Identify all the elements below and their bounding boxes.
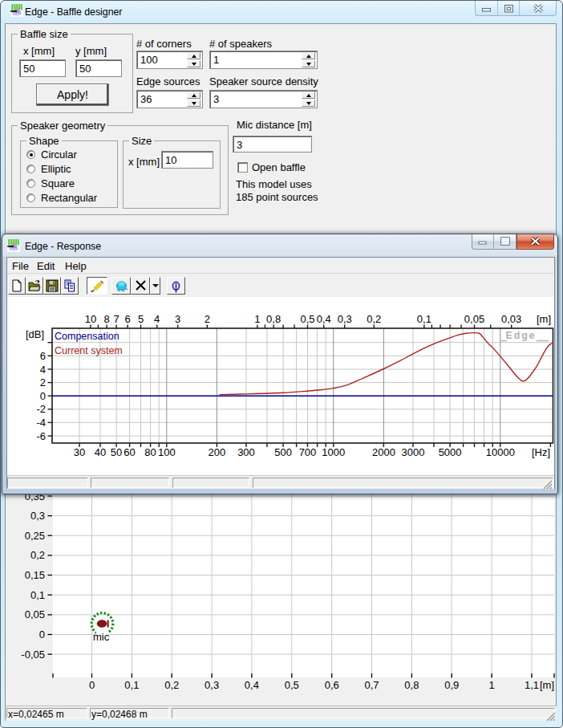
svg-text:50: 50 (111, 446, 122, 458)
svg-text:80: 80 (144, 446, 156, 458)
svg-text:2: 2 (205, 313, 210, 325)
svg-text:40: 40 (95, 446, 106, 458)
svg-text:0,2: 0,2 (164, 679, 179, 691)
svg-text:5: 5 (138, 313, 144, 325)
svg-text:0,8: 0,8 (404, 679, 419, 691)
svg-text:1000: 1000 (322, 446, 345, 458)
svg-text:0,9: 0,9 (444, 679, 459, 691)
svg-text:2: 2 (40, 376, 46, 388)
svg-text:0,05: 0,05 (25, 608, 45, 620)
svg-text:0,5: 0,5 (300, 313, 314, 325)
svg-text:5000: 5000 (439, 446, 462, 458)
svg-text:-0,05: -0,05 (21, 649, 45, 661)
svg-text:6: 6 (40, 350, 46, 362)
svg-text:0,3: 0,3 (205, 679, 219, 691)
svg-text:500: 500 (274, 446, 292, 458)
svg-text:60: 60 (124, 446, 135, 458)
svg-text:[m]: [m] (537, 313, 551, 325)
svg-text:-4: -4 (36, 417, 46, 429)
svg-text:0: 0 (39, 628, 45, 641)
svg-text:8: 8 (103, 313, 109, 325)
svg-text:3: 3 (175, 313, 180, 325)
svg-text:0,7: 0,7 (364, 679, 379, 691)
svg-text:700: 700 (299, 446, 317, 458)
svg-text:0,4: 0,4 (245, 679, 259, 691)
svg-text:[Hz]: [Hz] (532, 446, 550, 458)
svg-text:6: 6 (124, 313, 130, 325)
svg-text:0,1: 0,1 (417, 313, 431, 325)
svg-text:[dB]: [dB] (26, 328, 44, 340)
svg-text:0,1: 0,1 (124, 679, 139, 691)
svg-text:200: 200 (209, 446, 226, 458)
svg-text:0,4: 0,4 (317, 313, 331, 325)
svg-text:Compensation: Compensation (55, 331, 119, 342)
svg-text:3000: 3000 (402, 446, 425, 458)
svg-text:10000: 10000 (486, 446, 515, 458)
svg-text:2000: 2000 (372, 446, 395, 458)
svg-text:1,1: 1,1 (525, 679, 539, 691)
svg-text:0,3: 0,3 (338, 313, 352, 325)
svg-text:mic: mic (93, 631, 110, 643)
svg-text:0: 0 (89, 679, 95, 691)
svg-text:4: 4 (40, 364, 46, 376)
svg-text:-6: -6 (36, 430, 46, 442)
svg-text:0,1: 0,1 (30, 589, 45, 601)
svg-text:-2: -2 (36, 403, 46, 415)
svg-text:0,25: 0,25 (25, 530, 45, 542)
svg-text:0,03: 0,03 (501, 313, 521, 325)
svg-text:30: 30 (74, 446, 85, 458)
svg-text:0,05: 0,05 (464, 313, 484, 325)
svg-text:1: 1 (488, 679, 494, 691)
svg-text:0: 0 (40, 390, 46, 402)
svg-text:0,6: 0,6 (325, 679, 339, 691)
svg-text:4: 4 (154, 313, 160, 325)
svg-text:7: 7 (113, 313, 119, 325)
svg-text:0,8: 0,8 (266, 313, 281, 325)
svg-text:Edge: Edge (506, 330, 537, 341)
svg-text:10: 10 (85, 313, 96, 325)
svg-text:0,5: 0,5 (285, 679, 299, 691)
svg-text:[m]: [m] (540, 679, 554, 691)
svg-text:300: 300 (237, 446, 255, 458)
svg-text:100: 100 (158, 446, 176, 458)
svg-text:0,15: 0,15 (25, 569, 45, 581)
svg-text:0,2: 0,2 (367, 313, 381, 325)
svg-text:1: 1 (254, 313, 260, 325)
svg-text:0,2: 0,2 (30, 549, 45, 561)
svg-text:Current system: Current system (55, 345, 123, 356)
svg-text:0,3: 0,3 (30, 510, 45, 522)
